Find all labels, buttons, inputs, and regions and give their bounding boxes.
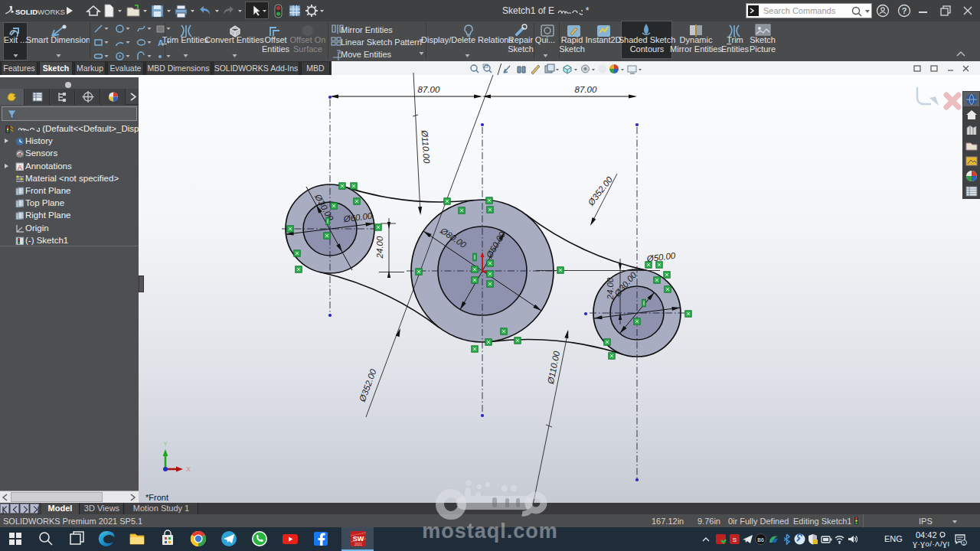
svg-text:A: A [18, 164, 22, 171]
svg-text:Ø110.00: Ø110.00 [420, 129, 431, 165]
svg-text:*Front: *Front [145, 493, 168, 502]
svg-text:87.00: 87.00 [575, 85, 597, 94]
svg-text:Ø110.00: Ø110.00 [546, 350, 561, 385]
svg-text:87.00: 87.00 [418, 85, 440, 94]
svg-text:Ø352.00: Ø352.00 [586, 174, 615, 207]
svg-text:24.00: 24.00 [375, 236, 384, 259]
svg-text:B6: B6 [757, 537, 764, 543]
svg-text:X: X [186, 465, 191, 473]
svg-text:Y: Y [163, 440, 168, 448]
svg-text:SW: SW [353, 535, 364, 543]
svg-text:24.00: 24.00 [606, 277, 615, 300]
svg-text:2021: 2021 [354, 543, 363, 546]
svg-text:Ø352.00: Ø352.00 [358, 367, 378, 403]
svg-text:S: S [733, 536, 737, 543]
